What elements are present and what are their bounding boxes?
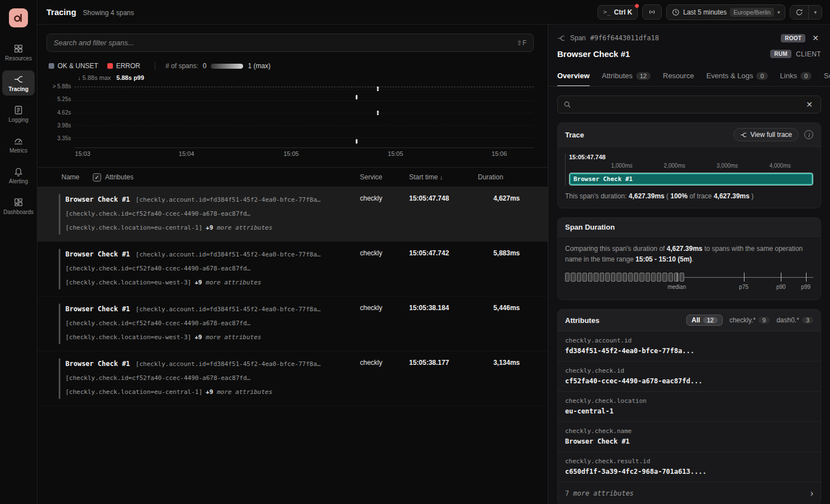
app-logo[interactable] xyxy=(9,8,28,27)
refresh-options-button[interactable]: ▾ xyxy=(808,6,822,19)
sidebar-item-label: Logging xyxy=(8,117,29,123)
tracing-icon xyxy=(13,74,23,84)
attribute-row[interactable]: checkly.check.location eu-central-1 xyxy=(558,392,820,422)
tab-overview[interactable]: Overview xyxy=(557,66,590,86)
sidebar-item-label: Resources xyxy=(5,55,32,61)
page-title: Tracing xyxy=(46,7,76,17)
duration-histogram-baseline xyxy=(684,277,813,278)
chart-legend: OK & UNSET ERROR # of spans: 0 1 (max) xyxy=(49,62,539,70)
page-subtitle: Showing 4 spans xyxy=(83,9,134,17)
tab-resource[interactable]: Resource xyxy=(663,66,694,86)
chip-all[interactable]: All12 xyxy=(686,315,723,326)
rum-badge: RUM xyxy=(770,50,791,58)
sidebar-item-label: Dashboards xyxy=(3,209,34,215)
sidebar-item-label: Tracing xyxy=(8,86,29,92)
scatter-plot[interactable] xyxy=(74,82,534,148)
sort-desc-icon: ↓ xyxy=(440,174,443,180)
error-legend-label: ERROR xyxy=(116,62,140,70)
sidebar-item-alerting[interactable]: Alerting xyxy=(2,163,35,188)
dash0-logo-icon xyxy=(13,12,24,23)
start-time-cell: 15:05:38.184 xyxy=(409,302,478,312)
col-duration[interactable]: Duration xyxy=(478,173,548,181)
clear-search-icon[interactable]: ✕ xyxy=(804,99,815,110)
terminal-icon: >_ xyxy=(603,8,610,16)
tab-links[interactable]: Links0 xyxy=(780,66,812,86)
resources-icon xyxy=(13,44,23,54)
tab-source[interactable]: Source xyxy=(824,66,830,86)
tab-count-badge: 0 xyxy=(800,72,812,80)
root-badge: ROOT xyxy=(781,34,805,42)
attributes-checkbox[interactable]: ✓ xyxy=(93,173,101,182)
sidebar-item-label: Metrics xyxy=(10,148,27,154)
sidebar: Resources Tracing Logging Metrics Alerti… xyxy=(0,0,37,504)
duration-cell: 3,134ms xyxy=(478,357,548,367)
col-attributes[interactable]: Attributes xyxy=(105,173,134,181)
app-root: Resources Tracing Logging Metrics Alerti… xyxy=(0,0,830,504)
span-count-max: 1 (max) xyxy=(248,62,271,70)
duration-histogram[interactable] xyxy=(565,273,813,282)
client-badge: CLIENT xyxy=(796,50,821,58)
attribute-row[interactable]: checkly.check.result.id c650df1f-3a39-4f… xyxy=(558,452,820,482)
trace-section-title: Trace xyxy=(565,131,584,139)
chip-dash0[interactable]: dash0.*3 xyxy=(776,316,813,324)
tab-events-logs[interactable]: Events & Logs0 xyxy=(706,66,768,86)
col-start-time[interactable]: Start time ↓ xyxy=(409,173,478,181)
service-cell: checkly xyxy=(360,302,409,312)
refresh-button[interactable] xyxy=(790,6,808,19)
spans-table: Name ✓ Attributes Service Start time ↓ D… xyxy=(37,167,548,504)
attribute-row[interactable]: checkly.check.id cf52fa40-ccec-4490-a678… xyxy=(558,362,820,392)
sidebar-nav: Resources Tracing Logging Metrics Alerti… xyxy=(0,40,37,218)
duration-cell: 5,883ms xyxy=(478,248,548,257)
panel-search-bar: ✕ xyxy=(557,96,821,113)
timezone-chip: Europe/Berlin xyxy=(730,8,774,17)
trace-icon xyxy=(740,131,747,139)
trace-span-bar[interactable]: Browser Check #1 xyxy=(569,173,813,186)
span-label: Span xyxy=(570,34,586,42)
metrics-icon xyxy=(13,136,23,146)
ok-legend-swatch xyxy=(49,63,54,69)
col-name[interactable]: Name xyxy=(61,173,79,181)
sidebar-item-resources[interactable]: Resources xyxy=(2,40,35,65)
p99-threshold-line xyxy=(74,87,534,87)
attribute-row[interactable]: checkly.check.name Browser Check #1 xyxy=(558,422,820,452)
chevron-down-icon: ▾ xyxy=(777,9,780,15)
close-icon[interactable]: ✕ xyxy=(810,32,821,44)
view-full-trace-button[interactable]: View full trace xyxy=(733,128,799,141)
alerting-icon xyxy=(13,167,23,177)
start-time-cell: 15:05:47.742 xyxy=(409,248,478,257)
table-row[interactable]: Browser Check #1[checkly.account.id=fd38… xyxy=(37,187,548,242)
col-service[interactable]: Service xyxy=(360,173,409,181)
tab-count-badge: 0 xyxy=(756,72,767,80)
span-duration-chart: ↓ 5.88s max 5.88s p99 > 5.88s 5.25s 4.62… xyxy=(46,73,534,158)
attributes-list: checkly.account.id fd384f51-45f2-4ea0-bf… xyxy=(558,331,820,504)
tab-attributes[interactable]: Attributes12 xyxy=(602,66,651,86)
info-icon[interactable]: i xyxy=(804,130,813,139)
span-count-gradient xyxy=(211,64,243,69)
attributes-title: Attributes xyxy=(565,316,599,325)
sidebar-item-dashboards[interactable]: Dashboards xyxy=(2,193,35,218)
refresh-icon xyxy=(795,8,803,16)
broadcast-button[interactable] xyxy=(642,4,662,20)
span-duration-card: Span Duration Comparing this span's dura… xyxy=(557,217,821,300)
attribute-filter-chips: All12 checkly.*9 dash0.*3 xyxy=(686,315,813,326)
trace-card: Trace View full trace i 15:05:47.748 xyxy=(557,122,821,208)
table-body: Browser Check #1[checkly.account.id=fd38… xyxy=(37,187,548,406)
attribute-row[interactable]: checkly.account.id fd384f51-45f2-4ea0-bf… xyxy=(558,331,820,362)
chip-checkly[interactable]: checkly.*9 xyxy=(729,316,770,324)
max-arrow-icon: ↓ xyxy=(78,74,81,81)
time-range-button[interactable]: Last 5 minutes Europe/Berlin ▾ xyxy=(666,4,785,20)
table-row[interactable]: Browser Check #1[checkly.account.id=fd38… xyxy=(37,297,548,351)
command-palette-button[interactable]: >_ Ctrl K xyxy=(597,5,638,20)
table-row[interactable]: Browser Check #1[checkly.account.id=fd38… xyxy=(37,351,548,406)
table-header: Name ✓ Attributes Service Start time ↓ D… xyxy=(37,167,548,187)
more-attributes-row[interactable]: 7 more attributes › xyxy=(558,482,820,504)
span-search-input[interactable] xyxy=(54,39,513,47)
sidebar-item-metrics[interactable]: Metrics xyxy=(2,132,35,157)
sidebar-item-logging[interactable]: Logging xyxy=(2,101,35,126)
x-axis: 15:0315:0415:0515:0515:06 xyxy=(74,148,534,158)
span-icon xyxy=(557,34,566,42)
sidebar-item-tracing[interactable]: Tracing xyxy=(2,70,35,96)
panel-search-input[interactable] xyxy=(576,101,799,109)
table-row[interactable]: Browser Check #1[checkly.account.id=fd38… xyxy=(37,242,548,297)
error-legend-swatch xyxy=(107,63,113,69)
